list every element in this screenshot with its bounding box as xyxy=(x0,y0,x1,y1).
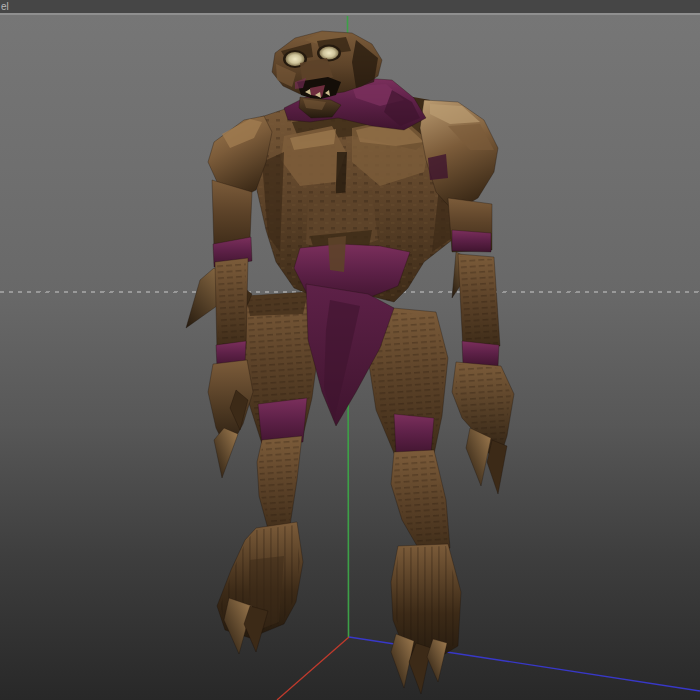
creature-model[interactable] xyxy=(186,31,514,694)
scene-overlay xyxy=(0,0,700,700)
x-axis-red-line xyxy=(277,637,349,700)
application-window: el xyxy=(0,0,700,700)
creature-eye-right xyxy=(320,47,339,60)
creature-right-leg xyxy=(368,306,461,694)
